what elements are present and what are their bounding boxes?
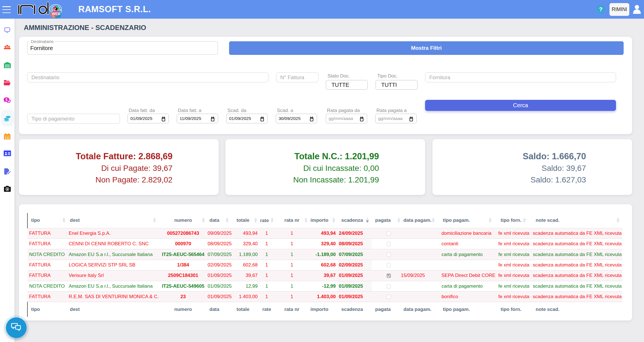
svg-text:WEB: WEB: [52, 12, 60, 16]
